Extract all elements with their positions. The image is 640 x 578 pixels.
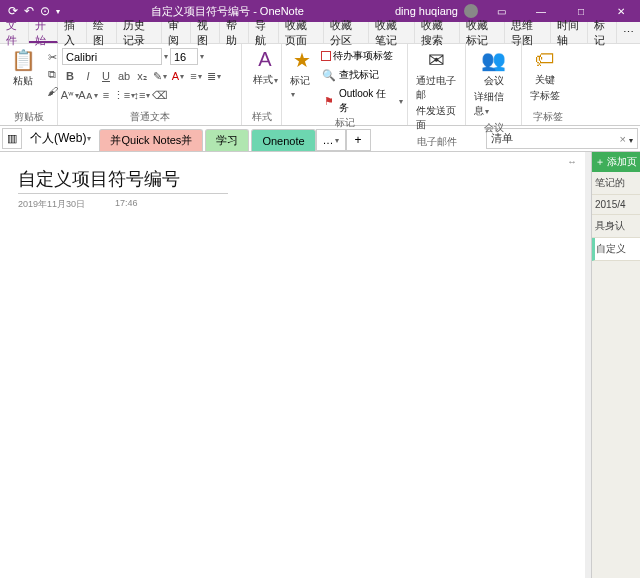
todo-tag-button[interactable]: 待办事项标签 <box>321 49 403 63</box>
scroll-handle-icon[interactable]: ↔ <box>567 156 577 167</box>
list-icon[interactable]: ⋮≡ <box>116 87 132 103</box>
underline-icon[interactable]: U <box>98 68 114 84</box>
tab-timeaxis[interactable]: 时间轴 <box>551 22 588 43</box>
meeting-button[interactable]: 👥 会议 详细信息 <box>470 46 517 120</box>
font-size-input[interactable] <box>170 48 198 65</box>
group-label-keyword: 字标签 <box>526 109 570 125</box>
clear-icon[interactable]: ⌫ <box>152 87 168 103</box>
meeting-icon: 👥 <box>481 48 506 72</box>
page-date[interactable]: 2019年11月30日 <box>18 198 85 211</box>
highlight-icon[interactable]: ✎ <box>152 68 168 84</box>
section-tab-onenote[interactable]: Onenote <box>251 129 315 151</box>
window-title: 自定义项目符号编号 - OneNote <box>60 4 395 19</box>
tab-start[interactable]: 开始 <box>29 22 58 43</box>
tag-label: 标记 <box>290 74 315 99</box>
page-list-item[interactable]: 笔记的 <box>592 172 640 195</box>
user-name[interactable]: ding huqiang <box>395 5 458 17</box>
tab-history[interactable]: 历史记录 <box>117 22 162 43</box>
tab-nav[interactable]: 导航 <box>249 22 278 43</box>
ribbon-group-clipboard: 📋 粘贴 ✂ ⧉ 🖌 剪贴板 <box>0 44 58 125</box>
spacing-icon[interactable]: ↕≡ <box>134 87 150 103</box>
paste-icon: 📋 <box>11 48 36 72</box>
bullets-icon[interactable]: ≡ <box>188 68 204 84</box>
group-label-clipboard: 剪贴板 <box>4 109 53 125</box>
page-canvas[interactable]: ↔ 2019年11月30日 17:46 <box>0 152 585 578</box>
notebook-icon[interactable]: ▥ <box>2 128 22 149</box>
styles-icon: A <box>258 48 271 71</box>
autosave-icon[interactable]: ⟳ <box>8 4 18 18</box>
redo-icon[interactable]: ⊙ <box>40 4 50 18</box>
tab-review[interactable]: 审阅 <box>162 22 191 43</box>
avatar[interactable] <box>464 4 478 18</box>
ribbon-group-email: ✉ 通过电子邮 件发送页面 电子邮件 <box>408 44 466 125</box>
clear-format-icon[interactable]: Aʷ <box>62 87 78 103</box>
bold-icon[interactable]: B <box>62 68 78 84</box>
indent-left-icon[interactable]: Aᴀ <box>80 87 96 103</box>
tab-favpage[interactable]: 收藏页面 <box>279 22 324 43</box>
numbering-icon[interactable]: ≣ <box>206 68 222 84</box>
section-tab-quicknotes[interactable]: 并Quick Notes并 <box>99 129 203 151</box>
page-title-input[interactable] <box>18 164 228 194</box>
align-icon[interactable]: ≡ <box>98 87 114 103</box>
styles-label: 样式 <box>253 73 278 87</box>
checkbox-icon <box>321 51 331 61</box>
page-time[interactable]: 17:46 <box>115 198 138 211</box>
group-label-styles: 样式 <box>246 109 277 125</box>
paste-button[interactable]: 📋 粘贴 <box>4 46 42 90</box>
font-name-input[interactable] <box>62 48 162 65</box>
tab-mindnav[interactable]: 思维导图 <box>505 22 550 43</box>
tab-help[interactable]: 帮助 <box>220 22 249 43</box>
tab-file[interactable]: 文件 <box>0 22 29 43</box>
tab-insert[interactable]: 插入 <box>58 22 87 43</box>
italic-icon[interactable]: I <box>80 68 96 84</box>
styles-button[interactable]: A 样式 <box>246 46 284 89</box>
group-label-tags: 标记 <box>286 115 403 131</box>
font-color-icon[interactable]: A <box>170 68 186 84</box>
envelope-icon: ✉ <box>428 48 445 72</box>
tag-button[interactable]: ★ 标记 <box>286 46 319 101</box>
ribbon-group-keyword: 🏷 关键 字标签 字标签 <box>522 44 574 125</box>
tab-view[interactable]: 视图 <box>191 22 220 43</box>
tab-draw[interactable]: 绘图 <box>87 22 116 43</box>
ribbon: 📋 粘贴 ✂ ⧉ 🖌 剪贴板 ▾ ▾ B I U ab <box>0 44 640 126</box>
email-page-button[interactable]: ✉ 通过电子邮 件发送页面 <box>412 46 461 134</box>
main-area: ↔ 2019年11月30日 17:46 ＋添加页 笔记的 2015/4 具身认 … <box>0 152 640 578</box>
page-list-item-selected[interactable]: 自定义 <box>592 238 640 261</box>
tab-favtag[interactable]: 收藏标记 <box>460 22 505 43</box>
find-tags-button[interactable]: 🔍查找标记 <box>321 67 403 83</box>
group-label-meeting: 会议 <box>470 120 517 136</box>
tag-icon: ★ <box>293 48 311 72</box>
group-label-font: 普通文本 <box>62 109 237 125</box>
menu-bar: 文件 开始 插入 绘图 历史记录 审阅 视图 帮助 导航 收藏页面 收藏分区 收… <box>0 22 640 44</box>
add-page-button[interactable]: ＋添加页 <box>592 152 640 172</box>
tab-favsection[interactable]: 收藏分区 <box>324 22 369 43</box>
search-icon: 🔍 <box>321 67 337 83</box>
ribbon-group-meeting: 👥 会议 详细信息 会议 <box>466 44 522 125</box>
search-dropdown-icon[interactable]: ▾ <box>629 136 633 145</box>
subscript-icon[interactable]: x₂ <box>134 68 150 84</box>
add-section-button[interactable]: + <box>346 129 371 151</box>
search-clear-icon[interactable]: × <box>620 133 626 145</box>
ribbon-group-styles: A 样式 样式 <box>242 44 282 125</box>
section-overflow[interactable]: … <box>316 129 346 151</box>
group-label-email: 电子邮件 <box>412 134 461 150</box>
tab-favnotebook[interactable]: 收藏笔记 <box>369 22 414 43</box>
ribbon-group-tags: ★ 标记 待办事项标签 🔍查找标记 ⚑Outlook 任务 标记 <box>282 44 408 125</box>
page-list-panel: ＋添加页 笔记的 2015/4 具身认 自定义 <box>591 152 640 578</box>
menu-overflow[interactable]: ⋯ <box>617 22 640 43</box>
ribbon-group-font: ▾ ▾ B I U ab x₂ ✎ A ≡ ≣ Aʷ Aᴀ ≡ ⋮≡ ↕≡ <box>58 44 242 125</box>
outlook-tasks-button[interactable]: ⚑Outlook 任务 <box>321 87 403 115</box>
notebook-selector[interactable]: 个人(Web) <box>24 126 97 151</box>
page-list-item[interactable]: 2015/4 <box>592 195 640 215</box>
section-tab-study[interactable]: 学习 <box>205 129 249 151</box>
tab-mark[interactable]: 标记 <box>588 22 617 43</box>
paste-label: 粘贴 <box>13 74 33 88</box>
keyword-button[interactable]: 🏷 关键 字标签 <box>526 46 564 105</box>
tab-favsearch[interactable]: 收藏搜索 <box>415 22 460 43</box>
strike-icon[interactable]: ab <box>116 68 132 84</box>
flag-icon: ⚑ <box>321 93 337 109</box>
page-list-item[interactable]: 具身认 <box>592 215 640 238</box>
undo-icon[interactable]: ↶ <box>24 4 34 18</box>
label-icon: 🏷 <box>535 48 555 71</box>
